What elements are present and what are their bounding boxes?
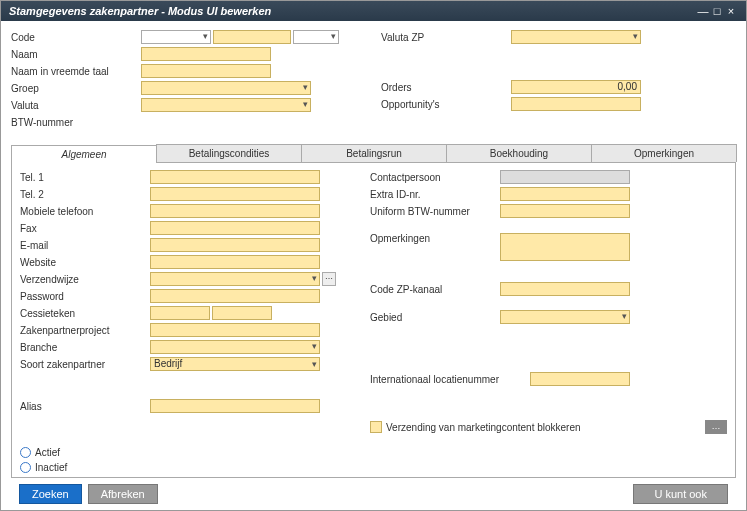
label-verzendwijze: Verzendwijze <box>20 274 150 285</box>
label-website: Website <box>20 257 150 268</box>
label-alias: Alias <box>20 401 150 412</box>
header-form: Code Naam Naam in vreemde taal Groep <box>11 29 736 130</box>
label-tel1: Tel. 1 <box>20 172 150 183</box>
tel1-input[interactable] <box>150 170 320 184</box>
soort-zp-select[interactable]: Bedrijf <box>150 357 320 371</box>
label-zakenpartnerproject: Zakenpartnerproject <box>20 325 150 336</box>
valuta-select[interactable] <box>141 98 311 112</box>
label-valuta-zp: Valuta ZP <box>381 32 511 43</box>
status-radio-group: Actief Inactief Geavanceerd <box>20 445 727 478</box>
minimize-icon[interactable]: — <box>696 5 710 17</box>
marketing-block-checkbox[interactable] <box>370 421 382 433</box>
fax-input[interactable] <box>150 221 320 235</box>
label-opportunitys: Opportunity's <box>381 99 511 110</box>
ukuntook-button[interactable]: U kunt ook <box>633 484 728 504</box>
tab-strip: Algemeen Betalingscondities Betalingsrun… <box>11 144 736 163</box>
extra-id-input[interactable] <box>500 187 630 201</box>
titlebar: Stamgegevens zakenpartner - Modus UI bew… <box>1 1 746 21</box>
code-extra-select[interactable] <box>293 30 339 44</box>
uniform-btw-input[interactable] <box>500 204 630 218</box>
window-title: Stamgegevens zakenpartner - Modus UI bew… <box>9 5 271 17</box>
label-naam-vreemde: Naam in vreemde taal <box>11 66 141 77</box>
code-zp-kanaal-input[interactable] <box>500 282 630 296</box>
verzendwijze-select[interactable] <box>150 272 320 286</box>
label-tel2: Tel. 2 <box>20 189 150 200</box>
close-icon[interactable]: × <box>724 5 738 17</box>
label-code: Code <box>11 32 141 43</box>
cessieteken-input-2[interactable] <box>212 306 272 320</box>
mobiel-input[interactable] <box>150 204 320 218</box>
tab-betalingscondities[interactable]: Betalingscondities <box>156 144 302 162</box>
groep-select[interactable] <box>141 81 311 95</box>
label-cessieteken: Cessieteken <box>20 308 150 319</box>
label-uniform-btw: Uniform BTW-nummer <box>370 206 500 217</box>
maximize-icon[interactable]: □ <box>710 5 724 17</box>
opportunitys-value <box>511 97 641 111</box>
label-btw: BTW-nummer <box>11 117 141 128</box>
label-fax: Fax <box>20 223 150 234</box>
label-orders: Orders <box>381 82 511 93</box>
intl-locatie-input[interactable] <box>530 372 630 386</box>
cessieteken-input-1[interactable] <box>150 306 210 320</box>
label-email: E-mail <box>20 240 150 251</box>
orders-value: 0,00 <box>511 80 641 94</box>
label-valuta: Valuta <box>11 100 141 111</box>
branche-select[interactable] <box>150 340 320 354</box>
bottom-bar: Zoeken Afbreken U kunt ook <box>11 478 736 510</box>
tab-boekhouding[interactable]: Boekhouding <box>446 144 592 162</box>
gebied-select[interactable] <box>500 310 630 324</box>
soort-zp-value: Bedrijf <box>154 358 182 369</box>
label-password: Password <box>20 291 150 302</box>
tab-body-algemeen: Tel. 1 Tel. 2 Mobiele telefoon Fax E-mai… <box>11 163 736 478</box>
tab-betalingsrun[interactable]: Betalingsrun <box>301 144 447 162</box>
label-soort-zp: Soort zakenpartner <box>20 359 150 370</box>
label-naam: Naam <box>11 49 141 60</box>
label-branche: Branche <box>20 342 150 353</box>
naam-input[interactable] <box>141 47 271 61</box>
tab-opmerkingen[interactable]: Opmerkingen <box>591 144 737 162</box>
radio-inactief[interactable] <box>20 462 31 473</box>
content-area: Code Naam Naam in vreemde taal Groep <box>1 21 746 510</box>
label-opmerkingen-field: Opmerkingen <box>370 233 500 244</box>
contactpersoon-input[interactable] <box>500 170 630 184</box>
marketing-block-more-button[interactable]: … <box>705 420 727 434</box>
verzendwijze-pick-icon[interactable]: ⋯ <box>322 272 336 286</box>
zakenpartnerproject-input[interactable] <box>150 323 320 337</box>
label-marketing-block: Verzending van marketingcontent blokkere… <box>386 422 581 433</box>
valuta-zp-select[interactable] <box>511 30 641 44</box>
afbreken-button[interactable]: Afbreken <box>88 484 158 504</box>
label-intl-locatie: Internationaal locatienummer <box>370 374 530 385</box>
zoeken-button[interactable]: Zoeken <box>19 484 82 504</box>
website-input[interactable] <box>150 255 320 269</box>
email-input[interactable] <box>150 238 320 252</box>
label-inactief: Inactief <box>35 462 67 473</box>
tel2-input[interactable] <box>150 187 320 201</box>
naam-vreemde-input[interactable] <box>141 64 271 78</box>
label-mobiel: Mobiele telefoon <box>20 206 150 217</box>
code-type-select[interactable] <box>141 30 211 44</box>
label-groep: Groep <box>11 83 141 94</box>
window-root: Stamgegevens zakenpartner - Modus UI bew… <box>0 0 747 511</box>
label-extra-id: Extra ID-nr. <box>370 189 500 200</box>
tab-algemeen[interactable]: Algemeen <box>11 145 157 163</box>
opmerkingen-textarea[interactable] <box>500 233 630 261</box>
label-actief: Actief <box>35 447 60 458</box>
label-gebied: Gebied <box>370 312 500 323</box>
code-input[interactable] <box>213 30 291 44</box>
password-input[interactable] <box>150 289 320 303</box>
label-contactpersoon: Contactpersoon <box>370 172 500 183</box>
alias-input[interactable] <box>150 399 320 413</box>
label-code-zp-kanaal: Code ZP-kanaal <box>370 284 500 295</box>
radio-actief[interactable] <box>20 447 31 458</box>
